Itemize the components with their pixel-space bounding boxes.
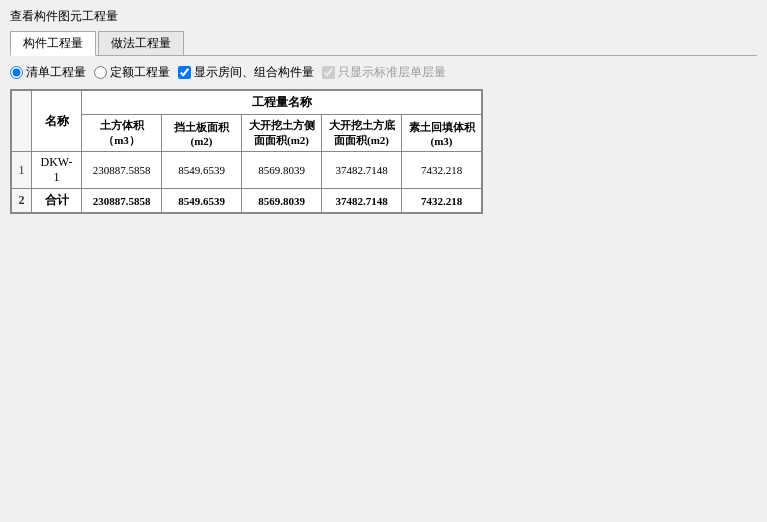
data-table: 名称 工程量名称 土方体积（m3） 挡土板面积(m2) 大开挖土方侧面面积(m2… [11, 90, 482, 213]
header-name: 名称 [32, 91, 82, 152]
cell-1-3: 37482.7148 [322, 189, 402, 213]
cell-1-4: 7432.218 [402, 189, 482, 213]
radio-dinge[interactable]: 定额工程量 [94, 64, 170, 81]
tab-bar: 构件工程量 做法工程量 [10, 31, 757, 56]
cell-1-0: 230887.5858 [82, 189, 162, 213]
checkbox-standard-layer-input[interactable] [322, 66, 335, 79]
cell-1-1: 8549.6539 [162, 189, 242, 213]
header-col4: 大开挖土方底面面积(m2) [322, 115, 402, 152]
row-num-0: 1 [12, 152, 32, 189]
radio-dinge-input[interactable] [94, 66, 107, 79]
window-title: 查看构件图元工程量 [10, 8, 757, 25]
data-table-container: 名称 工程量名称 土方体积（m3） 挡土板面积(m2) 大开挖土方侧面面积(m2… [10, 89, 483, 214]
cell-0-2: 8569.8039 [242, 152, 322, 189]
row-name-0: DKW-1 [32, 152, 82, 189]
header-group: 工程量名称 [82, 91, 482, 115]
cell-1-2: 8569.8039 [242, 189, 322, 213]
cell-0-0: 230887.5858 [82, 152, 162, 189]
header-rownum [12, 91, 32, 152]
radio-qingdan[interactable]: 清单工程量 [10, 64, 86, 81]
checkbox-show-rooms-label: 显示房间、组合构件量 [194, 64, 314, 81]
header-col3: 大开挖土方侧面面积(m2) [242, 115, 322, 152]
tab-component[interactable]: 构件工程量 [10, 31, 96, 56]
row-name-1: 合计 [32, 189, 82, 213]
cell-0-4: 7432.218 [402, 152, 482, 189]
checkbox-show-rooms[interactable]: 显示房间、组合构件量 [178, 64, 314, 81]
radio-dinge-label: 定额工程量 [110, 64, 170, 81]
tab-method[interactable]: 做法工程量 [98, 31, 184, 55]
cell-0-1: 8549.6539 [162, 152, 242, 189]
checkbox-standard-layer-label: 只显示标准层单层量 [338, 64, 446, 81]
cell-0-3: 37482.7148 [322, 152, 402, 189]
radio-qingdan-label: 清单工程量 [26, 64, 86, 81]
header-col5: 素土回填体积(m3) [402, 115, 482, 152]
header-col1: 土方体积（m3） [82, 115, 162, 152]
checkbox-standard-layer[interactable]: 只显示标准层单层量 [322, 64, 446, 81]
checkbox-show-rooms-input[interactable] [178, 66, 191, 79]
main-window: 查看构件图元工程量 构件工程量 做法工程量 清单工程量 定额工程量 显示房间、组… [0, 0, 767, 522]
row-num-1: 2 [12, 189, 32, 213]
header-col2: 挡土板面积(m2) [162, 115, 242, 152]
options-bar: 清单工程量 定额工程量 显示房间、组合构件量 只显示标准层单层量 [10, 64, 757, 81]
radio-qingdan-input[interactable] [10, 66, 23, 79]
